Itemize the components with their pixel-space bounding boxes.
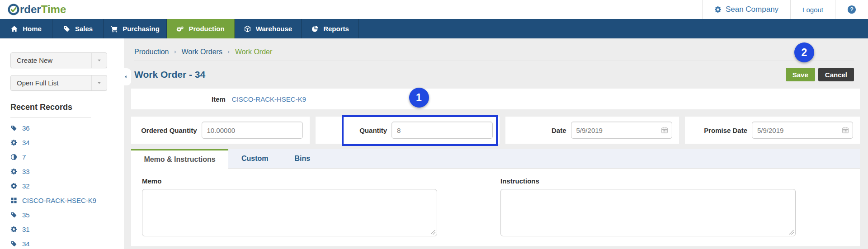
- company-menu[interactable]: Sean Company: [702, 0, 790, 19]
- chevron-down-icon: [97, 58, 102, 63]
- page-body: Create New Open Full List Recent Records…: [0, 38, 868, 249]
- gear-icon: [10, 168, 17, 175]
- tabs-bar: Memo & Instructions Custom Bins: [131, 149, 860, 169]
- page-title: Work Order - 34: [134, 69, 205, 80]
- item-link[interactable]: CISCO-RACK-HSEC-K9: [232, 95, 306, 103]
- tag-icon: [63, 25, 71, 33]
- logout-segment: Logout: [790, 0, 835, 19]
- caret-right-icon: [173, 50, 178, 54]
- action-buttons: Save Cancel: [786, 68, 854, 81]
- recent-record-35[interactable]: 35: [10, 211, 124, 219]
- recent-record-label: 33: [22, 168, 30, 175]
- recent-record-label: 34: [22, 139, 30, 146]
- recent-record-label: 7: [22, 153, 26, 161]
- ordertime-logo[interactable]: rder Time: [0, 0, 66, 19]
- open-full-list-label: Open Full List: [11, 75, 91, 90]
- recent-record-label: 31: [22, 226, 30, 233]
- logout-link[interactable]: Logout: [802, 6, 823, 14]
- breadcrumb-production[interactable]: Production: [134, 48, 169, 56]
- nav-item-label: Sales: [75, 25, 93, 33]
- nav-item-purchasing[interactable]: Purchasing: [104, 19, 167, 38]
- cogs-icon: [176, 25, 184, 33]
- tab-label: Memo & Instructions: [144, 155, 215, 164]
- sidebar-collapse-handle[interactable]: [118, 68, 131, 85]
- recent-record-7[interactable]: 7: [10, 153, 124, 161]
- open-full-list-button[interactable]: Open Full List: [10, 75, 107, 91]
- create-new-button[interactable]: Create New: [10, 52, 107, 68]
- recent-record-36[interactable]: 36: [10, 124, 124, 132]
- pie-icon: [311, 25, 319, 33]
- date-panel: Date: [505, 117, 679, 144]
- nav-item-reports[interactable]: Reports: [302, 19, 359, 38]
- create-new-label: Create New: [11, 53, 91, 68]
- top-header: rder Time Sean Company Logout ?: [0, 0, 868, 19]
- instructions-textarea[interactable]: [500, 189, 796, 236]
- quantity-label: Quantity: [359, 127, 387, 134]
- recent-record-33[interactable]: 33: [10, 168, 124, 175]
- instructions-column: Instructions: [500, 177, 796, 246]
- grid-icon: [10, 197, 17, 204]
- recent-record-label: 32: [22, 182, 30, 190]
- company-name: Sean Company: [726, 5, 778, 14]
- nav-item-label: Purchasing: [123, 25, 160, 33]
- tab-bins[interactable]: Bins: [282, 149, 324, 168]
- nav-item-sales[interactable]: Sales: [52, 19, 104, 38]
- nav-item-label: Reports: [323, 25, 349, 33]
- breadcrumb-current: Work Order: [235, 48, 272, 56]
- tab-custom[interactable]: Custom: [228, 149, 282, 168]
- main-content: Production Work Orders Work Order Work O…: [124, 38, 868, 249]
- recent-record-label: 35: [22, 211, 30, 219]
- promise-date-panel: Promise Date: [685, 117, 860, 144]
- nav-item-warehouse[interactable]: Warehouse: [235, 19, 302, 38]
- gear-icon: [714, 6, 722, 13]
- recent-records-divider: [10, 117, 91, 118]
- annotation-step-1-badge: 1: [409, 88, 429, 108]
- help-icon[interactable]: ?: [847, 5, 856, 14]
- chevron-down-icon: [97, 80, 102, 85]
- recent-record-cisco-rack-hsec-k9[interactable]: CISCO-RACK-HSEC-K9: [10, 197, 124, 204]
- nav-item-label: Home: [23, 25, 42, 33]
- nav-item-label: Warehouse: [256, 25, 292, 33]
- promise-date-label: Promise Date: [704, 127, 747, 134]
- save-button[interactable]: Save: [786, 68, 815, 81]
- recent-record-31[interactable]: 31: [10, 226, 124, 233]
- date-input[interactable]: [571, 122, 672, 139]
- recent-record-34[interactable]: 34: [10, 139, 124, 146]
- breadcrumb: Production Work Orders Work Order: [134, 48, 854, 56]
- title-row: Work Order - 34 Save Cancel: [134, 66, 854, 83]
- gear-icon: [10, 139, 17, 146]
- recent-record-32[interactable]: 32: [10, 182, 124, 190]
- quantity-input[interactable]: [392, 122, 493, 139]
- promise-date-input[interactable]: [752, 122, 853, 139]
- help-segment: ?: [835, 0, 868, 19]
- tag-icon: [10, 240, 17, 247]
- memo-column: Memo: [142, 177, 437, 246]
- caret-left-icon: [123, 74, 128, 80]
- sidebar: Create New Open Full List Recent Records…: [0, 38, 124, 249]
- svg-text:?: ?: [850, 6, 854, 13]
- memo-instructions-panel: Memo Instructions: [131, 169, 860, 246]
- adjust-icon: [10, 154, 17, 160]
- date-label: Date: [552, 127, 566, 134]
- tab-memo-instructions[interactable]: Memo & Instructions: [131, 149, 228, 169]
- clock-logo-icon: [8, 4, 19, 15]
- item-row: Item CISCO-RACK-HSEC-K9: [131, 89, 860, 109]
- tab-label: Bins: [295, 155, 311, 163]
- tag-icon: [10, 211, 17, 218]
- breadcrumb-divider: [134, 61, 854, 61]
- home-icon: [10, 25, 18, 33]
- nav-item-production[interactable]: Production: [167, 19, 235, 38]
- logo-text-accent: Time: [41, 3, 66, 16]
- cancel-button[interactable]: Cancel: [818, 68, 854, 81]
- recent-record-34[interactable]: 34: [10, 240, 124, 248]
- tag-icon: [10, 125, 17, 132]
- caret-right-icon: [226, 50, 231, 54]
- nav-item-home[interactable]: Home: [0, 19, 52, 38]
- quantity-panel: 1 Quantity: [316, 117, 500, 144]
- item-label: Item: [212, 95, 226, 103]
- ordered-quantity-input[interactable]: [202, 122, 303, 139]
- memo-textarea[interactable]: [142, 189, 437, 236]
- annotation-step-2-badge: 2: [794, 42, 814, 62]
- ordered-quantity-panel: Ordered Quantity: [131, 117, 310, 144]
- breadcrumb-work-orders[interactable]: Work Orders: [182, 48, 222, 56]
